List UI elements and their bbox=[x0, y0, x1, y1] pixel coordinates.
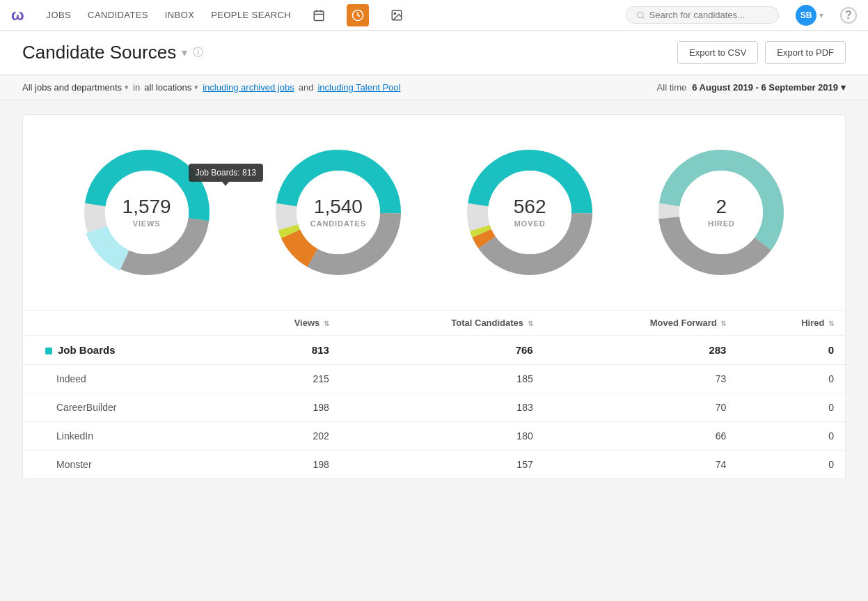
time-label: All time bbox=[657, 82, 687, 93]
search-bar[interactable] bbox=[626, 6, 779, 24]
chart-card: Job Boards: 813 1,579 bbox=[22, 114, 846, 479]
hired-label: HIRED bbox=[708, 219, 735, 228]
data-table: Views ⇅ Total Candidates ⇅ Moved Forward… bbox=[23, 310, 845, 478]
search-input[interactable] bbox=[649, 10, 768, 20]
candidates-center: 1,540 CANDIDATES bbox=[310, 197, 366, 228]
moved-center: 562 MOVED bbox=[514, 197, 546, 228]
locations-filter-label: all locations bbox=[144, 82, 191, 93]
logo[interactable]: ω bbox=[11, 6, 24, 24]
date-range-chevron: ▾ bbox=[841, 82, 846, 93]
candidates-value: 1,540 bbox=[310, 197, 366, 217]
views-label: VIEWS bbox=[123, 219, 171, 228]
jobs-filter-label: All jobs and departments bbox=[22, 82, 122, 93]
calendar-icon[interactable] bbox=[308, 4, 330, 26]
svg-point-7 bbox=[638, 12, 643, 17]
views-value: 1,579 bbox=[123, 197, 171, 217]
filter-left: All jobs and departments ▾ in all locati… bbox=[22, 82, 400, 93]
filter-right: All time 6 August 2019 - 6 September 201… bbox=[657, 82, 846, 93]
title-info-icon[interactable]: ⓘ bbox=[193, 46, 203, 59]
hired-center: 2 HIRED bbox=[708, 197, 735, 228]
archived-jobs-link[interactable]: including archived jobs bbox=[203, 82, 294, 93]
hired-sort-icon: ⇅ bbox=[828, 320, 834, 327]
col-moved[interactable]: Moved Forward ⇅ bbox=[544, 311, 738, 336]
candidates-label: CANDIDATES bbox=[310, 219, 366, 228]
image-icon[interactable] bbox=[386, 4, 408, 26]
moved-donut: 562 MOVED bbox=[460, 143, 599, 282]
table-row: Monster 198 157 74 0 bbox=[23, 451, 845, 479]
avatar[interactable]: SB bbox=[796, 5, 816, 26]
views-chart: Job Boards: 813 1,579 bbox=[77, 143, 216, 282]
date-range-value: 6 August 2019 - 6 September 2019 bbox=[692, 82, 838, 93]
nav-inbox[interactable]: INBOX bbox=[165, 7, 194, 23]
col-candidates[interactable]: Total Candidates ⇅ bbox=[340, 311, 544, 336]
title-dropdown-icon[interactable]: ▾ bbox=[182, 46, 187, 59]
charts-row: Job Boards: 813 1,579 bbox=[23, 129, 845, 310]
views-center: 1,579 VIEWS bbox=[123, 197, 171, 228]
hired-donut: 2 HIRED bbox=[652, 143, 791, 282]
export-buttons: Export to CSV Export to PDF bbox=[677, 41, 846, 64]
nav-people-search[interactable]: PEOPLE SEARCH bbox=[211, 7, 291, 23]
nav-jobs[interactable]: JOBS bbox=[47, 7, 72, 23]
help-icon[interactable]: ? bbox=[840, 7, 857, 24]
svg-point-6 bbox=[394, 13, 395, 14]
talent-pool-link[interactable]: including Talent Pool bbox=[317, 82, 400, 93]
views-donut: Job Boards: 813 1,579 bbox=[77, 143, 216, 282]
table-row: Indeed 215 185 73 0 bbox=[23, 365, 845, 393]
candidates-sort-icon: ⇅ bbox=[528, 320, 533, 327]
main-content: Job Boards: 813 1,579 bbox=[0, 100, 868, 493]
moved-label: MOVED bbox=[514, 219, 546, 228]
export-csv-button[interactable]: Export to CSV bbox=[677, 41, 758, 64]
clock-icon[interactable] bbox=[347, 4, 369, 26]
export-pdf-button[interactable]: Export to PDF bbox=[765, 41, 846, 64]
page-header: Candidate Sources ▾ ⓘ Export to CSV Expo… bbox=[0, 31, 868, 75]
candidates-chart: 1,540 CANDIDATES bbox=[269, 143, 408, 282]
locations-filter[interactable]: all locations ▾ bbox=[144, 82, 198, 93]
jobs-filter-chevron: ▾ bbox=[125, 83, 129, 92]
page-title-row: Candidate Sources ▾ ⓘ bbox=[22, 42, 203, 63]
page-title: Candidate Sources bbox=[22, 42, 176, 63]
table-row: Job Boards 813 766 283 0 bbox=[23, 336, 845, 365]
filter-bar: All jobs and departments ▾ in all locati… bbox=[0, 75, 868, 100]
navbar: ω JOBS CANDIDATES INBOX PEOPLE SEARCH SB… bbox=[0, 0, 868, 31]
table-row: CareerBuilder 198 183 70 0 bbox=[23, 393, 845, 422]
date-range-picker[interactable]: 6 August 2019 - 6 September 2019 ▾ bbox=[692, 82, 846, 93]
svg-line-8 bbox=[642, 17, 644, 18]
and-text: and bbox=[299, 82, 314, 93]
col-views[interactable]: Views ⇅ bbox=[228, 311, 340, 336]
hired-value: 2 bbox=[708, 197, 735, 217]
svg-rect-0 bbox=[314, 11, 324, 21]
nav-candidates[interactable]: CANDIDATES bbox=[88, 7, 148, 23]
moved-sort-icon: ⇅ bbox=[720, 320, 726, 327]
locations-filter-chevron: ▾ bbox=[194, 83, 198, 92]
views-sort-icon: ⇅ bbox=[324, 320, 329, 327]
moved-chart: 562 MOVED bbox=[460, 143, 599, 282]
moved-value: 562 bbox=[514, 197, 546, 217]
table-row: LinkedIn 202 180 66 0 bbox=[23, 422, 845, 451]
in-text: in bbox=[133, 82, 140, 93]
jobs-filter[interactable]: All jobs and departments ▾ bbox=[22, 82, 129, 93]
avatar-chevron[interactable]: ▾ bbox=[819, 10, 823, 20]
hired-chart: 2 HIRED bbox=[652, 143, 791, 282]
col-hired[interactable]: Hired ⇅ bbox=[737, 311, 845, 336]
candidates-donut: 1,540 CANDIDATES bbox=[269, 143, 408, 282]
col-source bbox=[23, 311, 228, 336]
